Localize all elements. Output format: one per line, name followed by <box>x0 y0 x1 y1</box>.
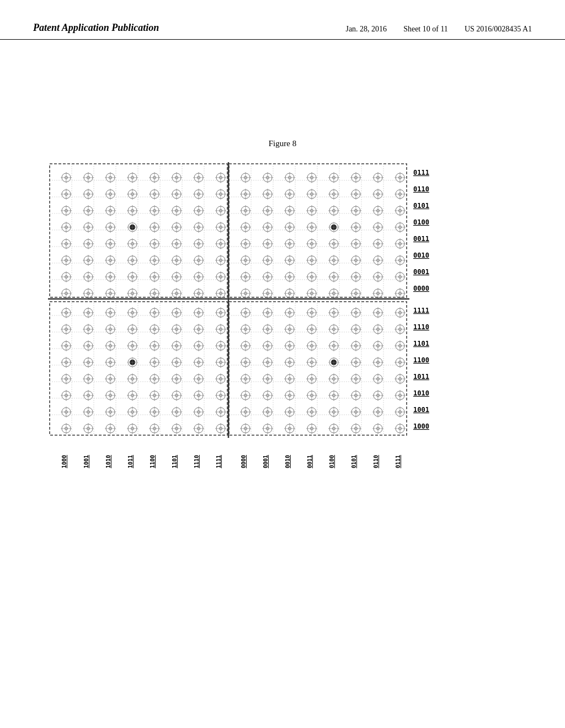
col-label-0011: 0011 <box>307 455 313 468</box>
col-label-1001: 1001 <box>83 455 89 468</box>
col-label-0010: 0010 <box>285 455 291 468</box>
col-label-0101: 0101 <box>351 455 357 468</box>
svg-rect-8 <box>50 164 227 297</box>
page: Patent Application Publication Jan. 28, … <box>0 0 565 728</box>
row-label-0000: 0000 <box>413 285 429 292</box>
col-label-1101: 1101 <box>172 455 178 468</box>
row-label-1010: 1010 <box>413 389 429 397</box>
row-label-1111: 1111 <box>413 307 429 314</box>
page-header: Patent Application Publication Jan. 28, … <box>0 0 565 40</box>
col-label-1000: 1000 <box>61 455 67 468</box>
grid-container: // This will be rendered by the SVG rend… <box>0 159 565 501</box>
header-date: Jan. 28, 2016 <box>345 25 387 34</box>
publication-title: Patent Application Publication <box>33 22 159 34</box>
grid-svg: // This will be rendered by the SVG rend… <box>42 159 523 501</box>
svg-rect-9 <box>229 164 407 297</box>
row-label-1001: 1001 <box>413 406 429 414</box>
col-label-1010: 1010 <box>105 455 111 468</box>
row-label-0001: 0001 <box>413 268 429 276</box>
row-label-0010: 0010 <box>413 251 429 259</box>
row-label-1011: 1011 <box>413 373 429 381</box>
row-label-0100: 0100 <box>413 218 429 226</box>
figure-label: Figure 8 <box>0 139 565 148</box>
header-info: Jan. 28, 2016 Sheet 10 of 11 US 2016/002… <box>345 25 532 34</box>
row-label-1101: 1101 <box>413 340 429 347</box>
row-label-0110: 0110 <box>413 185 429 193</box>
col-label-0100: 0100 <box>329 455 335 468</box>
svg-rect-10 <box>50 302 227 435</box>
row-label-0111: 0111 <box>413 169 429 176</box>
header-patent: US 2016/0028435 A1 <box>465 25 532 34</box>
row-label-1100: 1100 <box>413 356 429 364</box>
row-label-0011: 0011 <box>413 235 429 243</box>
row-label-1110: 1110 <box>413 323 429 331</box>
col-label-1111: 1111 <box>216 455 222 468</box>
col-label-0111: 0111 <box>395 455 401 468</box>
row-label-0101: 0101 <box>413 202 429 210</box>
header-sheet: Sheet 10 of 11 <box>403 25 448 34</box>
col-label-0110: 0110 <box>373 455 379 468</box>
svg-rect-11 <box>229 302 407 435</box>
col-label-1011: 1011 <box>127 455 134 468</box>
row-label-1000: 1000 <box>413 422 429 430</box>
col-label-0000: 0000 <box>241 455 247 468</box>
col-label-1110: 1110 <box>194 455 200 468</box>
col-label-1100: 1100 <box>150 455 156 468</box>
col-label-0001: 0001 <box>263 455 269 468</box>
